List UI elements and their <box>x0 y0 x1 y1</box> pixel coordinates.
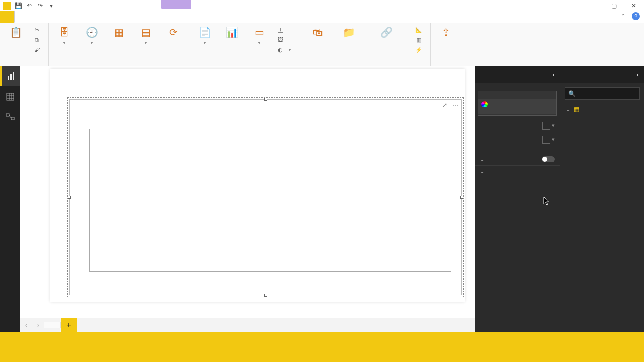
contextual-tab-visual-tools <box>161 0 191 9</box>
svg-rect-0 <box>8 76 9 80</box>
shapes-button[interactable]: ◐ ▼ <box>275 45 294 54</box>
from-marketplace-button[interactable]: 🛍 <box>302 25 334 55</box>
new-visual-button[interactable]: 📊 <box>220 25 244 55</box>
chart-visual-frame[interactable]: ⤢ ⋯ <box>69 99 462 295</box>
tab-help[interactable] <box>69 11 88 23</box>
tab-modeling[interactable] <box>51 11 69 23</box>
tab-home[interactable] <box>14 11 33 23</box>
close-button[interactable]: ✕ <box>624 0 644 11</box>
day-three-color-swatch[interactable] <box>542 136 550 144</box>
maximize-button[interactable]: ▢ <box>604 0 624 11</box>
format-painter-button[interactable]: 🖌 <box>31 45 44 54</box>
group-label-custom <box>302 64 361 65</box>
chart-legend <box>70 105 461 110</box>
recent-sources-button[interactable]: 🕘▼ <box>80 25 103 55</box>
new-quick-measure-button[interactable]: ⚡ <box>413 45 426 54</box>
format-row-day-three[interactable]: ▾ <box>475 133 560 147</box>
get-data-button[interactable]: 🗄▼ <box>53 25 76 55</box>
measure-icon: 📐 <box>415 26 422 33</box>
rail-report-button[interactable] <box>0 66 20 86</box>
visualization-picker <box>475 83 560 89</box>
minimize-button[interactable]: ― <box>584 0 604 11</box>
chevron-down-icon[interactable]: ▾ <box>550 136 555 142</box>
resize-handle-right[interactable] <box>460 196 463 199</box>
report-canvas[interactable]: ⤢ ⋯ ‹ › + <box>20 66 475 332</box>
textbox-button[interactable]: 🅃 <box>275 25 294 34</box>
resize-handle-bottom[interactable] <box>264 294 267 297</box>
fields-table: ⌄ ▦ <box>560 103 644 116</box>
add-page-button[interactable]: + <box>61 318 77 332</box>
more-options-icon[interactable]: ⋯ <box>452 102 458 109</box>
resize-handle-left[interactable] <box>68 196 71 199</box>
qat-dropdown-icon[interactable]: ▾ <box>47 2 55 10</box>
data-labels-toggle[interactable] <box>542 156 555 162</box>
enter-data-button[interactable]: ▦ <box>107 25 130 55</box>
svg-line-10 <box>9 115 11 118</box>
edit-queries-button[interactable]: ▤▼ <box>134 25 157 55</box>
redo-icon[interactable]: ↷ <box>36 2 44 10</box>
ribbon: 📋 ✂ ⧉ 🖌 🗄▼ 🕘▼ ▦ ▤▼ ⟳ 📄▼ 📊 ▭▼ 🅃 🖼 <box>0 23 644 66</box>
revert-to-default-link[interactable] <box>475 147 560 153</box>
publish-icon: ⇪ <box>439 25 453 39</box>
rail-model-button[interactable] <box>0 107 20 127</box>
fields-search[interactable]: 🔍 <box>565 87 640 100</box>
buttons-button[interactable]: ▭▼ <box>248 25 271 55</box>
copy-icon: ⧉ <box>33 36 40 43</box>
color-wheel-icon <box>481 101 488 107</box>
rail-data-button[interactable] <box>0 86 20 107</box>
copy-button[interactable]: ⧉ <box>31 35 44 44</box>
section-data-labels[interactable]: ⌄ <box>475 153 560 165</box>
textbox-icon: 🅃 <box>277 26 284 33</box>
save-icon[interactable]: 💾 <box>14 2 22 10</box>
chevron-down-icon[interactable]: ▾ <box>550 122 555 128</box>
new-column-button[interactable]: ▥ <box>413 35 426 44</box>
image-button[interactable]: 🖼 <box>275 35 294 44</box>
cut-button[interactable]: ✂ <box>31 25 44 34</box>
from-file-icon: 📁 <box>342 25 356 39</box>
revert-to-default-button[interactable] <box>478 109 556 114</box>
refresh-button[interactable]: ⟳ <box>162 25 185 55</box>
chevron-down-icon: ⌄ <box>480 169 484 174</box>
search-icon: 🔍 <box>568 90 576 97</box>
chevron-up-icon[interactable]: ⌃ <box>621 13 626 20</box>
new-measure-button[interactable]: 📐 <box>413 25 426 34</box>
paste-button[interactable]: 📋 <box>4 25 27 55</box>
app-icon <box>3 2 11 10</box>
page-next-button[interactable]: › <box>32 322 44 329</box>
workspace: ⤢ ⋯ ‹ › + <box>0 66 644 332</box>
group-label-calculations <box>413 64 426 65</box>
group-calculations: 📐 ▥ ⚡ <box>409 23 431 66</box>
table-name[interactable]: ⌄ ▦ <box>565 104 640 115</box>
focus-mode-icon[interactable]: ⤢ <box>442 102 447 109</box>
page-tabs-bar: ‹ › + <box>20 318 475 332</box>
format-row-day-two[interactable]: ▾ <box>475 119 560 133</box>
page-prev-button[interactable]: ‹ <box>20 322 32 329</box>
day-two-color-swatch[interactable] <box>542 122 550 130</box>
edit-queries-icon: ▤ <box>139 25 153 39</box>
tab-data-drill[interactable] <box>106 11 124 23</box>
get-data-icon: 🗄 <box>57 25 71 39</box>
resize-handle-top[interactable] <box>264 98 267 101</box>
report-page[interactable]: ⤢ ⋯ <box>50 69 465 302</box>
paste-icon: 📋 <box>9 25 23 39</box>
format-painter-icon: 🖌 <box>33 46 40 53</box>
page-tab-1[interactable] <box>44 322 61 328</box>
from-file-button[interactable]: 📁 <box>338 25 361 55</box>
color-picker-popup <box>478 90 557 116</box>
refresh-icon: ⟳ <box>166 25 180 39</box>
svg-rect-9 <box>11 117 14 120</box>
custom-color-button[interactable] <box>478 99 556 109</box>
tab-view[interactable] <box>33 11 51 23</box>
fields-search-input[interactable] <box>579 90 636 97</box>
visualizations-header[interactable]: › <box>475 66 560 83</box>
help-icon[interactable]: ? <box>632 12 640 20</box>
undo-icon[interactable]: ↶ <box>25 2 33 10</box>
right-panes: › ▾ ▾ ⌄ <box>475 66 644 332</box>
manage-relationships-button[interactable]: 🔗 <box>369 25 405 55</box>
tab-file[interactable] <box>0 11 14 23</box>
publish-button[interactable]: ⇪ <box>435 25 458 55</box>
fields-header[interactable]: › <box>560 66 644 83</box>
section-plot-area[interactable]: ⌄ <box>475 165 560 177</box>
new-page-button[interactable]: 📄▼ <box>193 25 216 55</box>
tab-format[interactable] <box>88 11 106 23</box>
